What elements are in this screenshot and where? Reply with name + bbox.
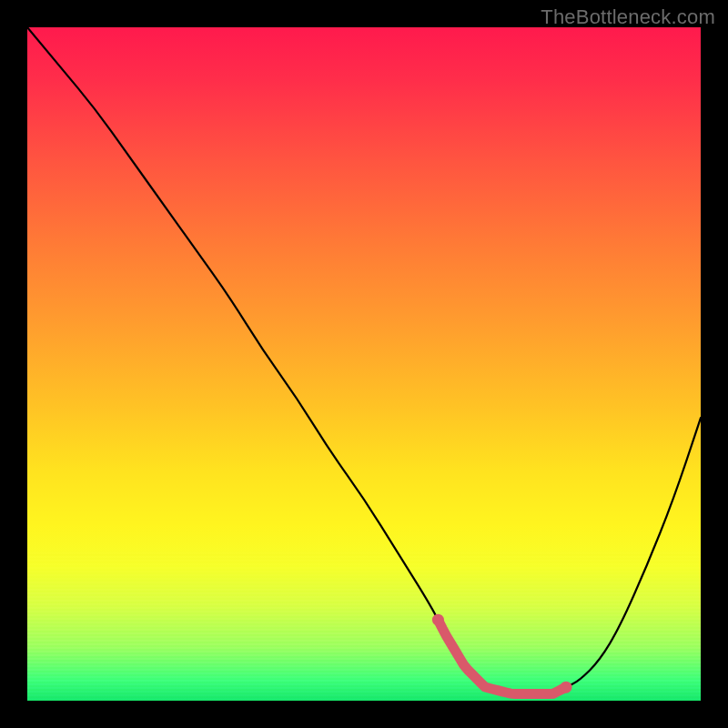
chart-frame: TheBottleneck.com bbox=[0, 0, 728, 728]
highlight-point-end bbox=[561, 682, 572, 693]
bottleneck-curve bbox=[27, 27, 701, 694]
watermark-text: TheBottleneck.com bbox=[541, 5, 715, 29]
optimal-region-highlight bbox=[438, 620, 566, 693]
curve-svg bbox=[27, 27, 701, 701]
plot-area bbox=[27, 27, 701, 701]
highlight-point-start bbox=[432, 614, 444, 626]
